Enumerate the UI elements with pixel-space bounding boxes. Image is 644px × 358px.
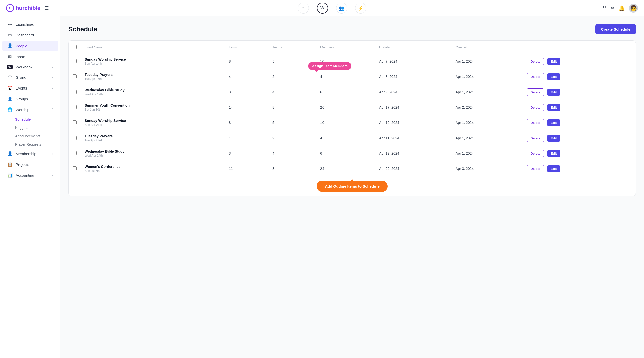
row-checkbox-7[interactable]	[73, 151, 77, 155]
hamburger-menu[interactable]: ☰	[44, 5, 49, 11]
nav-right: ⠿ ✉ 🔔 🧑	[603, 4, 638, 13]
delete-button-8[interactable]: Delete	[527, 165, 544, 172]
row-checkbox-cell	[69, 84, 81, 100]
bolt-icon: ⚡	[358, 5, 363, 11]
sidebar-label-giving: Giving	[16, 75, 26, 79]
updated-cell: Apr 8, 2024	[375, 69, 452, 84]
user-avatar[interactable]: 🧑	[629, 4, 638, 13]
created-cell: Apr 1, 2024	[452, 146, 523, 161]
table-row: Tuesday Prayers Tue Apr 23rd 4 2 4 Apr 1…	[69, 130, 636, 146]
sidebar-item-dashboard[interactable]: ▭ Dashboard	[2, 30, 58, 40]
assign-team-tooltip[interactable]: Assign Team Members	[308, 62, 352, 70]
edit-button-5[interactable]: Edit	[547, 119, 560, 126]
membership-chevron-icon: ›	[52, 152, 53, 156]
sidebar-label-inbox: Inbox	[16, 55, 25, 59]
table-header: Event Name Items Teams Members Updated C…	[69, 41, 636, 54]
sidebar-label-launchpad: Launchpad	[16, 22, 34, 26]
sidebar-item-workbook[interactable]: W Workbook ›	[2, 62, 58, 72]
delete-button-4[interactable]: Delete	[527, 104, 544, 111]
delete-button-3[interactable]: Delete	[527, 88, 544, 96]
created-cell: Apr 1, 2024	[452, 130, 523, 146]
delete-button-1[interactable]: Delete	[527, 58, 544, 65]
row-checkbox-1[interactable]	[73, 59, 77, 63]
add-outline-items-button[interactable]: Add Outline Items to Schedule	[317, 181, 388, 192]
sidebar-item-schedule[interactable]: Schedule	[15, 115, 58, 123]
sidebar-item-worship[interactable]: 🌐 Worship ˅	[2, 105, 58, 115]
table-body: Sunday Worship Service Sun Apr 14th 8 5 …	[69, 54, 636, 176]
projects-icon: 📋	[7, 162, 13, 167]
sidebar-item-projects[interactable]: 📋 Projects	[2, 159, 58, 170]
create-schedule-button[interactable]: Create Schedule	[595, 24, 636, 34]
edit-button-3[interactable]: Edit	[547, 89, 560, 96]
updated-cell: Apr 7, 2024	[375, 54, 452, 69]
sidebar-label-worship: Worship	[16, 108, 29, 112]
members-cell: 4 Assign Team Members	[316, 69, 375, 84]
row-checkbox-2[interactable]	[73, 74, 77, 78]
edit-button-4[interactable]: Edit	[547, 104, 560, 111]
sidebar: ◎ Launchpad ▭ Dashboard 👤 People ✉ Inbox…	[0, 16, 60, 358]
edit-button-7[interactable]: Edit	[547, 150, 560, 157]
edit-button-2[interactable]: Edit	[547, 73, 560, 80]
sidebar-item-nuggets[interactable]: Nuggets	[15, 124, 58, 132]
sidebar-item-accounting[interactable]: 📊 Accounting ›	[2, 170, 58, 181]
accounting-chevron-icon: ›	[52, 174, 53, 177]
events-chevron-icon: ›	[52, 86, 53, 90]
items-cell: 3	[225, 84, 268, 100]
giving-chevron-icon: ›	[52, 76, 53, 79]
sidebar-label-accounting: Accounting	[16, 173, 34, 177]
logo-text: hurchible	[16, 5, 40, 11]
teams-cell: 4	[268, 84, 316, 100]
edit-button-6[interactable]: Edit	[547, 135, 560, 142]
event-name-cell: Sunday Worship Service Sun Apr 21st	[81, 115, 225, 130]
select-all-checkbox[interactable]	[73, 45, 77, 49]
sidebar-item-groups[interactable]: 👤 Groups	[2, 94, 58, 104]
header-members: Members	[316, 41, 375, 54]
home-icon: ⌂	[302, 5, 305, 11]
items-cell: 4	[225, 69, 268, 84]
sidebar-item-inbox[interactable]: ✉ Inbox	[2, 52, 58, 62]
delete-button-5[interactable]: Delete	[527, 119, 544, 126]
row-checkbox-5[interactable]	[73, 120, 77, 124]
sidebar-item-giving[interactable]: ♡ Giving ›	[2, 72, 58, 82]
accounting-icon: 📊	[7, 173, 13, 178]
notification-bell-icon[interactable]: 🔔	[619, 5, 625, 11]
main-content: Schedule Create Schedule Event Name Item…	[60, 16, 644, 358]
row-checkbox-3[interactable]	[73, 90, 77, 94]
worship-icon: 🌐	[7, 107, 13, 112]
teams-cell: 4	[268, 146, 316, 161]
sidebar-item-launchpad[interactable]: ◎ Launchpad	[2, 19, 58, 29]
row-checkbox-4[interactable]	[73, 105, 77, 109]
delete-button-7[interactable]: Delete	[527, 150, 544, 157]
sidebar-item-people[interactable]: 👤 People	[2, 41, 58, 51]
nav-workbook-button[interactable]: W	[317, 3, 328, 14]
row-checkbox-cell	[69, 54, 81, 69]
actions-cell: Delete Edit	[523, 161, 636, 176]
edit-button-8[interactable]: Edit	[547, 165, 560, 172]
sidebar-item-events[interactable]: 📅 Events ›	[2, 83, 58, 93]
sidebar-label-groups: Groups	[16, 97, 28, 101]
event-date: Tue Apr 23rd	[85, 139, 221, 142]
updated-cell: Apr 9, 2024	[375, 84, 452, 100]
sidebar-item-announcements[interactable]: Announcements	[15, 132, 58, 140]
actions-cell: Delete Edit	[523, 54, 636, 69]
app-logo[interactable]: C hurchible	[6, 4, 40, 12]
items-cell: 8	[225, 54, 268, 69]
delete-button-2[interactable]: Delete	[527, 73, 544, 80]
sidebar-item-prayer-requests[interactable]: Prayer Requests	[15, 140, 58, 148]
grid-icon[interactable]: ⠿	[603, 5, 606, 11]
logo-area: C hurchible ☰	[6, 4, 61, 12]
teams-cell: 2	[268, 130, 316, 146]
members-cell: 10	[316, 115, 375, 130]
event-name-cell: Women's Conference Sun Jul 7th	[81, 161, 225, 176]
nav-activity-button[interactable]: ⚡	[355, 3, 366, 14]
nav-people-button[interactable]: 👥	[336, 3, 347, 14]
event-name-cell: Wednesday Bible Study Wed Apr 17th	[81, 84, 225, 100]
sidebar-label-dashboard: Dashboard	[16, 33, 34, 37]
row-checkbox-6[interactable]	[73, 136, 77, 140]
sidebar-item-membership[interactable]: 👤 Membership ›	[2, 149, 58, 159]
delete-button-6[interactable]: Delete	[527, 135, 544, 142]
nav-home-button[interactable]: ⌂	[298, 3, 309, 14]
mail-icon[interactable]: ✉	[610, 5, 615, 11]
edit-button-1[interactable]: Edit	[547, 58, 560, 65]
row-checkbox-8[interactable]	[73, 166, 77, 170]
